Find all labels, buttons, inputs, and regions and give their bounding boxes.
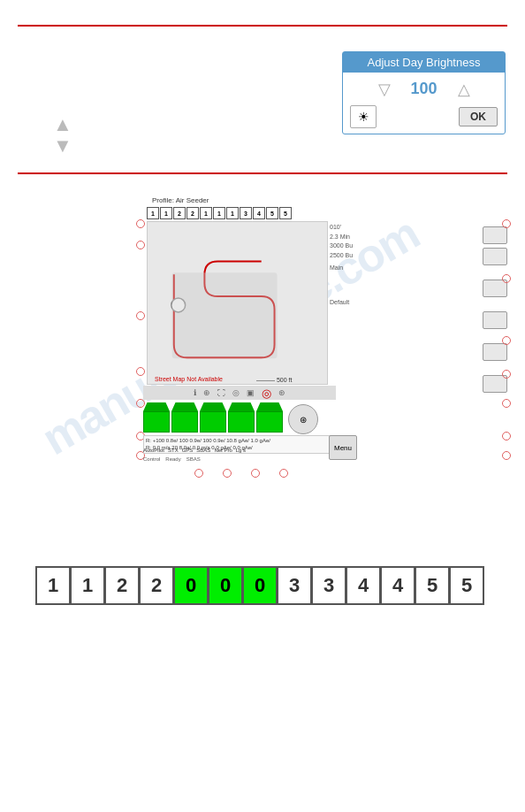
main-cell-2: 2 (104, 566, 140, 605)
screen-num-cell: 5 (279, 207, 292, 219)
bins-row: ⊛ (143, 402, 318, 434)
scale-label: ——— 500 ft (256, 377, 292, 383)
main-cell-5-green: 0 (208, 566, 243, 605)
map-label-2500: 2500 Bu (330, 251, 353, 261)
circle-marker-r5 (502, 399, 511, 408)
bin-3 (200, 402, 226, 434)
brightness-bottom-row: ☀ OK (343, 102, 505, 134)
screen-num-cell: 3 (240, 207, 252, 219)
circle-marker-1 (136, 219, 145, 228)
main-cell-12: 5 (449, 566, 484, 605)
scale-bar: ——— 500 ft (256, 377, 292, 383)
brightness-title: Adjust Day Brightness (343, 52, 505, 73)
bin-body-1 (143, 411, 170, 433)
tool-icon-3[interactable]: ▣ (247, 388, 255, 397)
map-svg (148, 222, 327, 384)
screen-num-cell: 1 (200, 207, 212, 219)
gps-icon-btn[interactable]: ⊛ (288, 404, 318, 434)
screen-num-cell: 1 (147, 207, 159, 219)
main-cell-1: 1 (70, 566, 105, 605)
sun-icon: ☀ (358, 110, 369, 124)
bottom-separator (18, 172, 507, 174)
ok-button[interactable]: OK (459, 107, 498, 126)
gps-status-row: AutoPilot STX GPS SBAS Net Pro Lg s (143, 448, 338, 453)
circle-marker-r1 (502, 219, 511, 228)
screen-num-cell: 2 (173, 207, 186, 219)
gps-lg: Lg s (236, 448, 246, 453)
map-right-labels: 010' 2.3 Min 3000 Bu 2500 Bu Main Defaul… (330, 223, 353, 307)
brightness-value: 100 (408, 80, 440, 98)
main-cell-9: 4 (346, 566, 381, 605)
status-sbas-val: SBAS (186, 456, 201, 462)
bin-body-5 (256, 411, 283, 433)
profile-label: Profile: Air Seeder (152, 196, 209, 204)
screen-number-row: 1 1 2 2 1 1 1 3 4 5 5 (147, 207, 292, 219)
gps-gps: GPS (182, 448, 194, 453)
gps-sbas: SBAS (196, 448, 210, 453)
brightness-decrease-button[interactable]: ▽ (375, 81, 394, 97)
screen-toolbar: ℹ ⊕ ⛶ ◎ ▣ ◎ ⊛ (143, 386, 336, 400)
gps-netpro: Net Pro (214, 448, 232, 453)
main-cell-8: 3 (311, 566, 346, 605)
sun-icon-button[interactable]: ☀ (350, 105, 377, 128)
circle-marker-2 (136, 241, 145, 249)
menu-button[interactable]: Menu (329, 435, 357, 460)
bottom-circle-1 (194, 469, 203, 478)
main-cell-7: 3 (277, 566, 312, 605)
bin-4 (228, 402, 255, 434)
main-number-row: 1 1 2 2 0 0 0 3 3 4 4 5 5 (35, 566, 483, 605)
map-label-3000: 3000 Bu (330, 241, 353, 251)
main-cell-3: 2 (139, 566, 174, 605)
menu-label: Menu (334, 444, 352, 452)
screen-num-cell: 5 (266, 207, 278, 219)
bin-1 (143, 402, 170, 434)
screen-num-cell: 4 (253, 207, 265, 219)
bin-body-4 (228, 411, 255, 433)
circle-marker-r4 (502, 370, 511, 379)
info-icon[interactable]: ℹ (194, 388, 196, 397)
bottom-circle-4 (279, 469, 288, 478)
right-panel-btn-1[interactable] (483, 226, 507, 244)
circle-marker-r3 (502, 336, 511, 345)
tool-icon-1[interactable]: ⛶ (217, 388, 225, 397)
nav-arrows: ▲ ▼ (53, 115, 72, 156)
map-label-default: Default (330, 298, 353, 308)
svg-rect-2 (172, 272, 278, 358)
circle-marker-4 (136, 367, 145, 376)
screen-num-cell: 1 (213, 207, 225, 219)
brightness-value-row: ▽ 100 △ (343, 73, 505, 102)
map-area (147, 221, 328, 385)
camera-icon[interactable]: ⊛ (278, 388, 285, 397)
bottom-circle-2 (223, 469, 232, 478)
satellite-icon: ⊛ (300, 415, 307, 425)
screen-num-cell: 1 (160, 207, 172, 219)
up-arrow-icon[interactable]: ▲ (53, 115, 72, 134)
street-map-label: Street Map Not Available (155, 376, 223, 382)
screen-num-cell: 2 (186, 207, 199, 219)
status-r1: R: +100 0.8e/ 100 0.9e/ 100 0.9e/ 10.8 g… (146, 437, 335, 444)
bin-body-3 (200, 411, 226, 433)
right-panel-btn-5[interactable] (483, 343, 507, 361)
map-label-2-3: 2.3 Min (330, 233, 353, 242)
bin-top-2 (171, 402, 198, 411)
right-panel-btn-4[interactable] (483, 311, 507, 329)
bin-body-2 (171, 411, 198, 433)
circle-marker-3 (136, 311, 145, 320)
brightness-increase-button[interactable]: △ (454, 81, 474, 97)
target-icon[interactable]: ◎ (262, 387, 271, 400)
brightness-panel: Adjust Day Brightness ▽ 100 △ ☀ OK (342, 51, 506, 134)
screen-num-cell: 1 (226, 207, 239, 219)
main-cell-4-green: 0 (173, 566, 209, 605)
right-panel-btn-2[interactable] (483, 248, 507, 265)
bottom-circle-3 (251, 469, 260, 478)
circle-marker-r2 (502, 274, 511, 283)
gps-labels-row: Control Ready SBAS (143, 456, 338, 462)
top-separator (18, 25, 507, 27)
main-cell-0: 1 (35, 566, 71, 605)
down-arrow-icon[interactable]: ▼ (53, 136, 72, 156)
gps-stx: STX (168, 448, 179, 453)
compass-icon[interactable]: ⊕ (203, 388, 210, 397)
tool-icon-2[interactable]: ◎ (232, 388, 240, 397)
map-label-main: Main (330, 264, 353, 273)
main-cell-10: 4 (380, 566, 415, 605)
